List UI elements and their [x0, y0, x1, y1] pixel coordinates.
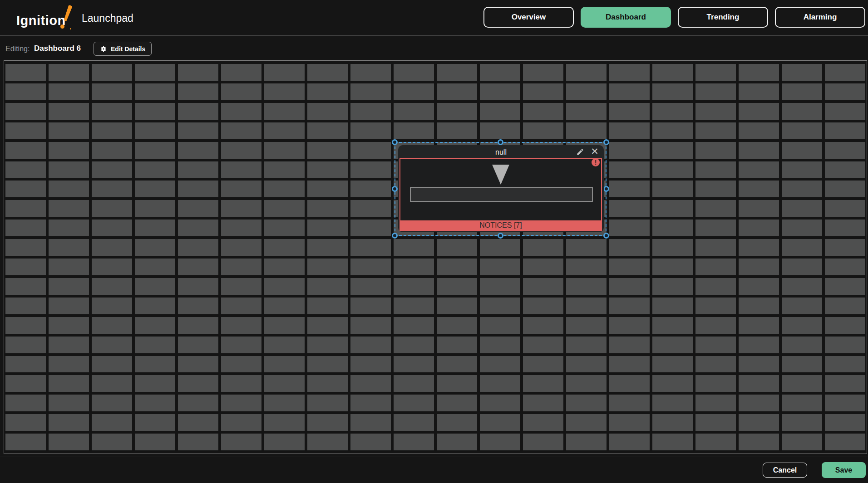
remove-widget-button[interactable]: ✕	[590, 146, 600, 157]
grid-cell[interactable]	[695, 64, 736, 81]
grid-cell[interactable]	[221, 278, 261, 295]
grid-cell[interactable]	[437, 239, 477, 256]
grid-cell[interactable]	[92, 122, 132, 139]
grid-cell[interactable]	[739, 414, 779, 431]
grid-cell[interactable]	[178, 220, 218, 236]
grid-cell[interactable]	[652, 103, 693, 120]
grid-cell[interactable]	[825, 239, 865, 256]
grid-cell[interactable]	[178, 181, 218, 197]
grid-cell[interactable]	[437, 395, 477, 411]
grid-cell[interactable]	[221, 181, 261, 197]
grid-cell[interactable]	[695, 122, 736, 139]
grid-cell[interactable]	[5, 298, 46, 314]
grid-cell[interactable]	[92, 239, 132, 256]
grid-cell[interactable]	[825, 375, 865, 392]
grid-cell[interactable]	[566, 356, 607, 373]
grid-cell[interactable]	[480, 375, 520, 392]
grid-cell[interactable]	[566, 278, 607, 295]
grid-cell[interactable]	[178, 278, 218, 295]
grid-cell[interactable]	[92, 103, 132, 120]
grid-cell[interactable]	[221, 239, 261, 256]
grid-cell[interactable]	[49, 395, 89, 411]
grid-cell[interactable]	[437, 337, 477, 353]
grid-cell[interactable]	[695, 298, 736, 314]
grid-cell[interactable]	[739, 395, 779, 411]
grid-cell[interactable]	[135, 278, 175, 295]
grid-cell[interactable]	[652, 317, 693, 334]
grid-cell[interactable]	[782, 337, 822, 353]
grid-cell[interactable]	[350, 239, 391, 256]
grid-cell[interactable]	[825, 259, 865, 275]
grid-cell[interactable]	[350, 122, 391, 139]
notices-bar[interactable]: NOTICES [7]	[400, 220, 601, 230]
grid-cell[interactable]	[394, 103, 434, 120]
widget-text-input[interactable]	[410, 187, 593, 202]
grid-cell[interactable]	[350, 414, 391, 431]
grid-cell[interactable]	[480, 64, 520, 81]
grid-cell[interactable]	[49, 239, 89, 256]
grid-cell[interactable]	[307, 337, 348, 353]
grid-cell[interactable]	[782, 83, 822, 100]
grid-cell[interactable]	[5, 278, 46, 295]
grid-cell[interactable]	[394, 337, 434, 353]
grid-cell[interactable]	[135, 103, 175, 120]
grid-cell[interactable]	[92, 278, 132, 295]
grid-cell[interactable]	[437, 278, 477, 295]
grid-cell[interactable]	[782, 434, 822, 450]
grid-cell[interactable]	[825, 181, 865, 197]
grid-cell[interactable]	[350, 161, 391, 178]
grid-cell[interactable]	[49, 161, 89, 178]
grid-cell[interactable]	[825, 64, 865, 81]
grid-cell[interactable]	[566, 239, 607, 256]
grid-cell[interactable]	[695, 83, 736, 100]
grid-cell[interactable]	[307, 239, 348, 256]
grid-cell[interactable]	[782, 161, 822, 178]
grid-cell[interactable]	[264, 103, 305, 120]
grid-cell[interactable]	[394, 64, 434, 81]
grid-cell[interactable]	[178, 375, 218, 392]
grid-cell[interactable]	[695, 200, 736, 217]
grid-cell[interactable]	[825, 220, 865, 236]
grid-cell[interactable]	[178, 414, 218, 431]
grid-cell[interactable]	[178, 356, 218, 373]
grid-cell[interactable]	[782, 220, 822, 236]
grid-cell[interactable]	[566, 64, 607, 81]
grid-cell[interactable]	[566, 298, 607, 314]
grid-cell[interactable]	[437, 64, 477, 81]
grid-cell[interactable]	[652, 200, 693, 217]
grid-cell[interactable]	[652, 122, 693, 139]
grid-cell[interactable]	[609, 142, 650, 159]
grid-cell[interactable]	[739, 161, 779, 178]
grid-cell[interactable]	[609, 298, 650, 314]
grid-cell[interactable]	[264, 259, 305, 275]
grid-cell[interactable]	[350, 356, 391, 373]
edit-details-button[interactable]: Edit Details	[94, 42, 152, 56]
grid-cell[interactable]	[49, 278, 89, 295]
grid-cell[interactable]	[695, 220, 736, 236]
grid-cell[interactable]	[825, 414, 865, 431]
grid-cell[interactable]	[437, 298, 477, 314]
grid-cell[interactable]	[178, 64, 218, 81]
grid-cell[interactable]	[5, 375, 46, 392]
nav-tab-trending[interactable]: Trending	[678, 7, 768, 28]
grid-cell[interactable]	[350, 220, 391, 236]
grid-cell[interactable]	[5, 220, 46, 236]
grid-cell[interactable]	[394, 122, 434, 139]
grid-cell[interactable]	[350, 278, 391, 295]
grid-cell[interactable]	[92, 83, 132, 100]
grid-cell[interactable]	[307, 161, 348, 178]
grid-cell[interactable]	[135, 161, 175, 178]
grid-cell[interactable]	[178, 239, 218, 256]
grid-cell[interactable]	[350, 142, 391, 159]
nav-tab-alarming[interactable]: Alarming	[775, 7, 865, 28]
grid-cell[interactable]	[135, 142, 175, 159]
grid-cell[interactable]	[264, 278, 305, 295]
grid-cell[interactable]	[566, 434, 607, 450]
grid-cell[interactable]	[523, 64, 563, 81]
nav-tab-overview[interactable]: Overview	[483, 7, 574, 28]
grid-cell[interactable]	[523, 414, 563, 431]
grid-cell[interactable]	[782, 239, 822, 256]
grid-cell[interactable]	[178, 83, 218, 100]
resize-handle-bottom-right[interactable]	[603, 233, 609, 239]
grid-cell[interactable]	[695, 395, 736, 411]
